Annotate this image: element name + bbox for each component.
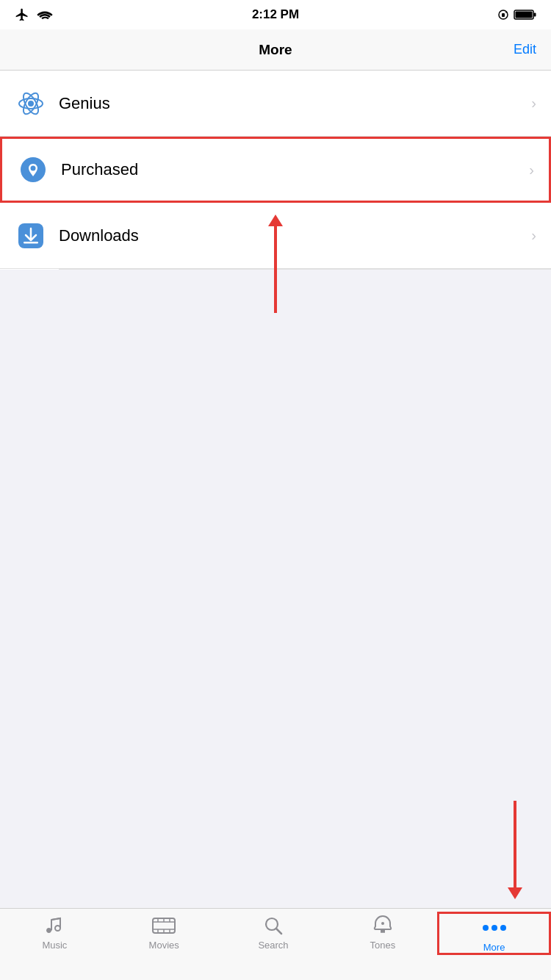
nav-bar: More Edit [0,29,551,71]
movies-tab-label: Movies [149,940,179,951]
purchased-chevron: › [529,162,534,179]
tab-bar: Music Movies Search [0,908,551,980]
airplane-icon [15,7,29,22]
battery-icon [514,9,536,21]
more-tab-icon [481,917,508,939]
tones-tab-label: Tones [370,940,395,951]
music-tab-icon [41,915,68,937]
downloads-chevron: › [531,227,536,244]
svg-rect-1 [502,13,505,17]
tones-icon [372,915,393,937]
genius-svg-icon [17,90,45,118]
page-title: More [259,42,292,58]
search-icon [263,915,284,936]
purchased-row[interactable]: Purchased › [0,137,551,203]
genius-label: Genius [59,94,531,113]
downloads-icon [15,220,47,252]
svg-point-29 [491,925,497,931]
svg-line-24 [276,929,281,934]
svg-point-10 [31,166,36,171]
status-left-icons [15,7,53,22]
status-bar: 2:12 PM [0,0,551,29]
edit-button[interactable]: Edit [514,42,536,57]
movies-icon [152,916,176,935]
downloads-svg-icon [18,223,44,249]
svg-rect-4 [516,12,533,18]
svg-point-30 [500,925,506,931]
status-time: 2:12 PM [252,7,299,22]
svg-point-28 [483,925,489,931]
purchased-label: Purchased [61,160,529,179]
tab-more[interactable]: More [437,912,551,955]
list-separator [59,269,551,270]
search-tab-icon [260,915,287,937]
genius-chevron: › [531,95,536,112]
downloads-label: Downloads [59,226,531,245]
genius-row[interactable]: Genius › [0,71,551,137]
genius-icon [15,87,47,120]
movies-tab-icon [151,915,177,937]
rotation-lock-icon [498,9,508,21]
search-tab-label: Search [258,940,288,951]
tones-tab-icon [370,915,396,937]
music-icon [44,915,65,936]
purchased-svg-icon [20,156,46,183]
more-tab-label: More [483,942,505,953]
svg-rect-3 [534,13,536,17]
music-tab-label: Music [42,940,67,951]
arrow-down-annotation [514,801,516,889]
svg-point-5 [28,101,34,107]
svg-line-13 [51,918,60,920]
status-right-icons [498,9,536,21]
svg-point-27 [381,922,384,925]
tab-tones[interactable]: Tones [328,915,437,951]
tab-search[interactable]: Search [219,915,328,951]
arrow-up-annotation [274,225,277,313]
svg-rect-12 [24,242,38,244]
tab-movies[interactable]: Movies [109,915,219,951]
purchased-icon [17,154,49,186]
more-icon [481,923,508,932]
wifi-icon [37,9,53,21]
tab-music[interactable]: Music [0,915,109,951]
